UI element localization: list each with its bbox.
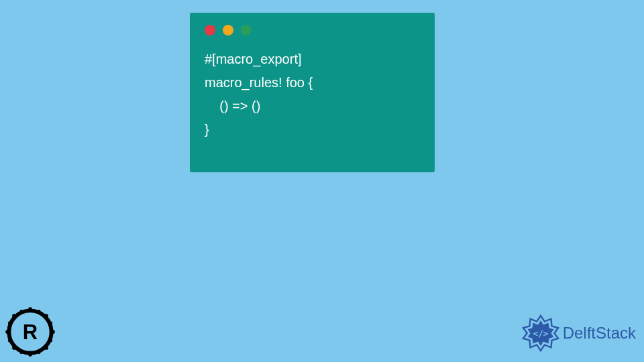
svg-point-9 xyxy=(20,310,23,312)
svg-point-13 xyxy=(8,322,11,324)
svg-point-7 xyxy=(12,346,16,350)
svg-point-14 xyxy=(8,339,11,342)
svg-point-5 xyxy=(12,314,16,318)
svg-point-4 xyxy=(51,330,55,334)
maximize-icon xyxy=(241,25,252,36)
delftstack-text: DelftStack xyxy=(563,324,636,343)
svg-point-11 xyxy=(20,351,23,354)
minimize-icon xyxy=(223,25,233,36)
code-line: macro_rules! foo { xyxy=(205,75,313,90)
window-traffic-lights xyxy=(205,25,420,36)
svg-point-10 xyxy=(38,310,40,312)
svg-point-6 xyxy=(44,314,48,318)
code-line: } xyxy=(205,122,209,137)
svg-text:</>: </> xyxy=(533,328,548,339)
svg-point-12 xyxy=(38,351,40,354)
svg-point-15 xyxy=(50,322,52,324)
rust-logo-icon: R xyxy=(4,306,56,358)
code-line: #[macro_export] xyxy=(205,52,302,66)
svg-text:R: R xyxy=(23,320,38,344)
svg-point-1 xyxy=(28,307,32,311)
svg-point-3 xyxy=(5,330,9,334)
delftstack-branding: </> DelftStack xyxy=(521,314,636,353)
svg-point-8 xyxy=(44,346,48,350)
close-icon xyxy=(205,25,215,36)
svg-point-16 xyxy=(50,339,52,342)
svg-point-2 xyxy=(28,353,32,357)
code-content: #[macro_export] macro_rules! foo { () =>… xyxy=(205,48,420,141)
delftstack-logo-icon: </> xyxy=(521,314,560,353)
code-line: () => () xyxy=(205,99,260,113)
code-window: #[macro_export] macro_rules! foo { () =>… xyxy=(190,13,435,172)
